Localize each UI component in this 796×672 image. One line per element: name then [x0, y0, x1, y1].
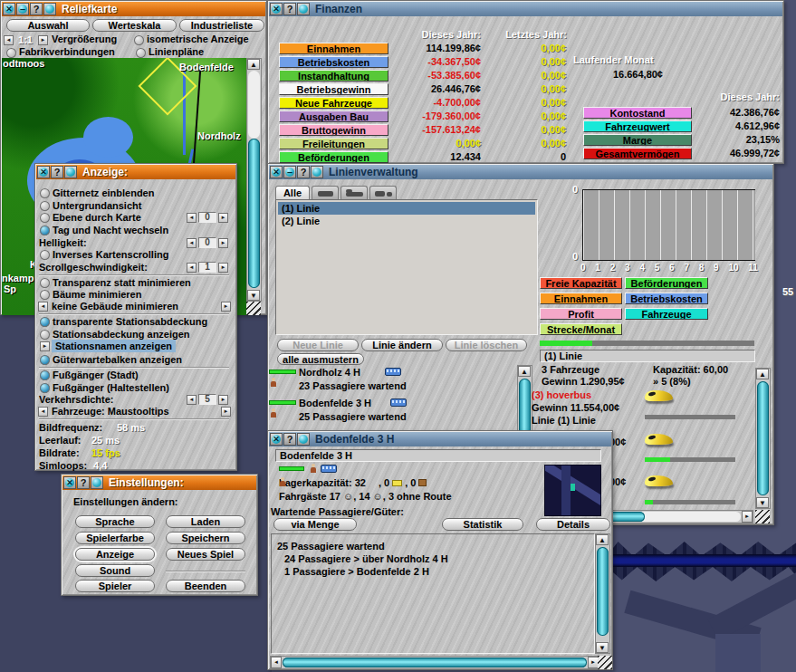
legend-distance-month-button[interactable]: Strecke/Monat	[540, 323, 622, 335]
minimize-icon[interactable]	[283, 166, 296, 178]
scroll-up-arrow[interactable]	[247, 59, 260, 70]
scroll-thumb[interactable]	[248, 139, 260, 288]
stop-minimap[interactable]	[544, 465, 601, 516]
scroll-thumb[interactable]	[757, 381, 769, 495]
waiting-bars-radio[interactable]	[40, 355, 50, 365]
change-line-button[interactable]: Linie ändern	[361, 339, 443, 351]
pedestrians-city-radio[interactable]	[40, 370, 50, 380]
transparent-coverage-radio[interactable]	[40, 317, 50, 327]
reliefkarte-titlebar[interactable]: Reliefkarte	[2, 2, 265, 16]
scroll-down-arrow[interactable]	[596, 642, 609, 653]
finance-row-button[interactable]: Bruttogewinn	[279, 124, 388, 136]
finance-row-button[interactable]: Betriebsgewinn	[279, 83, 388, 95]
close-icon[interactable]	[37, 166, 50, 178]
finance-row-button[interactable]: Neue Fahrzeuge	[279, 97, 388, 109]
close-icon[interactable]	[63, 476, 76, 489]
line-plans-radio[interactable]	[136, 48, 146, 58]
tab-truck-lines[interactable]	[369, 186, 397, 199]
legend-free-capacity-button[interactable]: Freie Kapazität	[540, 277, 622, 289]
stop-name-input[interactable]: Bodenfelde 3 H	[275, 449, 601, 462]
resize-grip[interactable]	[598, 656, 612, 669]
resize-grip[interactable]	[755, 510, 770, 523]
map-vertical-scrollbar[interactable]	[246, 58, 262, 302]
traffic-density-decrease-arrow[interactable]	[187, 395, 197, 405]
zoom-in-arrow[interactable]	[38, 35, 48, 45]
display-button[interactable]: Anzeige	[75, 548, 155, 561]
vehicle-tooltip-prev-arrow[interactable]	[38, 407, 48, 417]
grid-radio[interactable]	[40, 188, 50, 198]
close-icon[interactable]	[3, 3, 15, 15]
sticky-pin-icon[interactable]	[64, 166, 77, 178]
minimize-icon[interactable]	[16, 3, 29, 15]
line-list-item[interactable]: (1) Linie	[278, 202, 535, 215]
details-button[interactable]: Details	[536, 518, 610, 531]
brightness-increase-arrow[interactable]	[218, 238, 228, 248]
help-icon[interactable]	[51, 166, 63, 178]
legend-operating-cost-button[interactable]: Betriebskosten	[625, 293, 708, 304]
vehicle-name[interactable]: (3) hoverbus	[532, 389, 591, 400]
halt-horizontal-scrollbar[interactable]: ◄ ►	[270, 656, 599, 669]
werteskala-button[interactable]: Werteskala	[92, 19, 177, 32]
hoverbus-sprite[interactable]	[644, 431, 675, 447]
waiting-list-area[interactable]: 25 Passagiere wartend 24 Passagiere > üb…	[271, 533, 595, 654]
scroll-left-arrow[interactable]: ◄	[271, 657, 282, 668]
zoom-out-arrow[interactable]	[4, 35, 14, 45]
sticky-pin-icon[interactable]	[43, 3, 56, 15]
line-listbox[interactable]: (1) Linie (2) Linie	[275, 199, 538, 335]
halt-titlebar[interactable]: Bodenfelde 3 H	[269, 432, 611, 446]
hide-buildings-next-arrow[interactable]	[221, 302, 231, 312]
vehicles-vertical-scrollbar[interactable]	[755, 368, 771, 509]
tab-train-lines[interactable]	[340, 186, 368, 199]
station-names-label[interactable]: Stationsnamen anzeigen	[52, 340, 176, 352]
scroll-up-arrow[interactable]	[596, 534, 609, 545]
scroll-down-arrow[interactable]	[756, 497, 769, 508]
anzeige-titlebar[interactable]: Anzeige:	[36, 165, 235, 179]
close-icon[interactable]	[270, 3, 283, 15]
sticky-pin-icon[interactable]	[91, 476, 103, 489]
new-line-button[interactable]: Neue Linie	[277, 339, 359, 351]
vehicle-tooltip-next-arrow[interactable]	[221, 407, 231, 417]
hide-trees-radio[interactable]	[40, 290, 50, 300]
help-icon[interactable]	[283, 3, 296, 15]
station-names-cursor-arrow[interactable]	[40, 341, 50, 351]
resize-grip[interactable]	[246, 302, 261, 315]
sticky-pin-icon[interactable]	[297, 3, 310, 15]
slice-decrease-arrow[interactable]	[187, 213, 197, 223]
finanzen-titlebar[interactable]: Finanzen	[269, 2, 782, 16]
language-button[interactable]: Sprache	[75, 515, 155, 528]
tab-bus-lines[interactable]	[312, 186, 339, 199]
hoverbus-sprite[interactable]	[644, 388, 675, 404]
pedestrians-stops-radio[interactable]	[40, 383, 50, 393]
scroll-speed-decrease-arrow[interactable]	[187, 263, 197, 273]
scroll-track[interactable]	[248, 71, 260, 139]
scroll-thumb[interactable]	[597, 547, 609, 636]
tab-all-lines[interactable]: Alle	[275, 186, 310, 199]
linien-titlebar[interactable]: Linienverwaltung	[269, 165, 772, 179]
einstellungen-titlebar[interactable]: Einstellungen:	[62, 475, 256, 490]
sound-button[interactable]: Sound	[75, 564, 155, 577]
hoverbus-sprite[interactable]	[644, 473, 675, 489]
finance-row-button[interactable]: Ausgaben Bau	[279, 110, 388, 122]
help-icon[interactable]	[30, 3, 43, 15]
industrieliste-button[interactable]: Industrieliste	[179, 19, 264, 32]
factory-connections-radio[interactable]	[6, 48, 16, 58]
finance-row-button[interactable]: Beförderungen	[279, 151, 388, 163]
traffic-density-increase-arrow[interactable]	[218, 395, 228, 405]
scroll-up-arrow[interactable]	[518, 366, 531, 377]
underground-radio[interactable]	[40, 201, 50, 211]
scroll-up-arrow[interactable]	[756, 369, 769, 379]
slice-increase-arrow[interactable]	[218, 213, 228, 223]
legend-vehicles-button[interactable]: Fahrzeuge	[625, 308, 708, 320]
selected-line-field[interactable]: (1) Linie	[540, 350, 755, 362]
new-game-button[interactable]: Neues Spiel	[166, 548, 245, 561]
slice-radio[interactable]	[40, 213, 50, 223]
stop-name[interactable]: Bodenfelde 3 H	[299, 398, 371, 408]
halt-vertical-scrollbar[interactable]	[595, 533, 610, 654]
sticky-pin-icon[interactable]	[297, 433, 310, 446]
show-coverage-radio[interactable]	[40, 330, 50, 340]
load-button[interactable]: Laden	[166, 515, 245, 528]
legend-profit-button[interactable]: Profit	[540, 308, 622, 320]
isometric-radio[interactable]	[134, 35, 144, 45]
scroll-thumb[interactable]	[283, 658, 587, 667]
close-icon[interactable]	[270, 433, 283, 446]
